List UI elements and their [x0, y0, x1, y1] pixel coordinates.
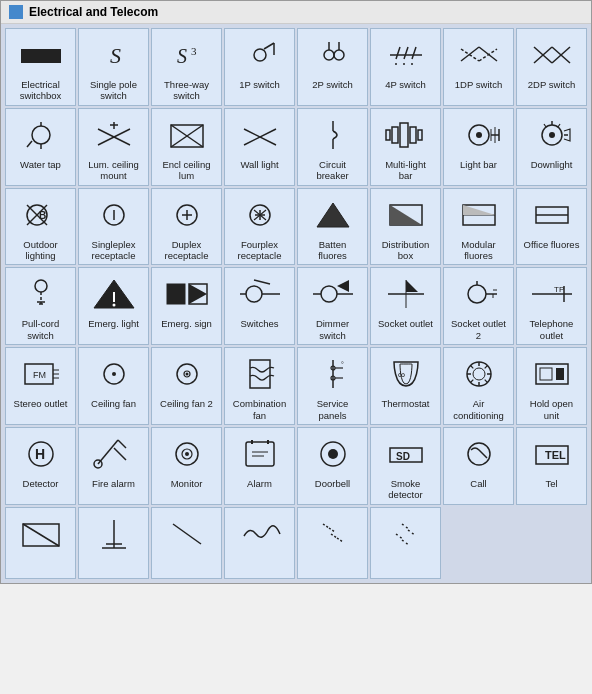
- svg-rect-148: [246, 442, 274, 466]
- switches-icon: [234, 272, 286, 316]
- symbol-emerg-sign[interactable]: Emerg. sign: [151, 267, 222, 345]
- symbol-1p-switch[interactable]: 1P switch: [224, 28, 295, 106]
- symbol-ceiling-fan[interactable]: Ceiling fan: [78, 347, 149, 425]
- symbol-row7-3[interactable]: [151, 507, 222, 579]
- symbol-pull-cord-switch[interactable]: Pull-cordswitch: [5, 267, 76, 345]
- symbol-smoke-detector[interactable]: SD Smokedetector: [370, 427, 441, 505]
- symbol-socket-outlet[interactable]: Socket outlet: [370, 267, 441, 345]
- svg-line-144: [114, 448, 126, 460]
- svg-text:°: °: [341, 361, 344, 368]
- symbol-light-bar[interactable]: Light bar: [443, 108, 514, 186]
- symbol-distribution-box[interactable]: Distributionbox: [370, 188, 441, 266]
- symbol-fire-alarm[interactable]: Fire alarm: [78, 427, 149, 505]
- 4p-switch-icon: [380, 33, 432, 77]
- 1p-switch-icon: [234, 33, 286, 77]
- svg-text:S: S: [177, 45, 187, 67]
- symbol-combination-fan[interactable]: Combinationfan: [224, 347, 295, 425]
- symbol-service-panels[interactable]: ° Servicepanels: [297, 347, 368, 425]
- symbol-grid: Electricalswitchbox S Single poleswitch …: [1, 24, 591, 583]
- svg-rect-118: [250, 360, 270, 388]
- symbol-circuit-breaker[interactable]: Circuitbreaker: [297, 108, 368, 186]
- encl-ceiling-lum-icon: [161, 113, 213, 157]
- symbol-stereo-outlet[interactable]: FM Stereo outlet: [5, 347, 76, 425]
- symbol-row7-1[interactable]: [5, 507, 76, 579]
- symbol-monitor[interactable]: Monitor: [151, 427, 222, 505]
- air-conditioning-icon: [453, 352, 505, 396]
- symbol-three-way-switch[interactable]: S 3 Three-wayswitch: [151, 28, 222, 106]
- combination-fan-icon: [234, 352, 286, 396]
- symbol-air-conditioning[interactable]: Airconditioning: [443, 347, 514, 425]
- symbol-row7-6[interactable]: [370, 507, 441, 579]
- symbol-encl-ceiling-lum[interactable]: Encl ceilinglum: [151, 108, 222, 186]
- svg-line-167: [329, 528, 335, 532]
- symbol-water-tap[interactable]: Water tap: [5, 108, 76, 186]
- svg-line-56: [558, 124, 560, 127]
- 2dp-switch-icon: [526, 33, 578, 77]
- symbol-emerg-light[interactable]: Emerg. light: [78, 267, 149, 345]
- symbol-2p-switch[interactable]: 2P switch: [297, 28, 368, 106]
- symbol-detector[interactable]: H Detector: [5, 427, 76, 505]
- symbol-multi-light-bar[interactable]: Multi-lightbar: [370, 108, 441, 186]
- symbol-tel[interactable]: TEL Tel: [516, 427, 587, 505]
- monitor-icon: [161, 432, 213, 476]
- symbol-2dp-switch[interactable]: 2DP switch: [516, 28, 587, 106]
- symbol-modular-fluores[interactable]: Modularfluores: [443, 188, 514, 266]
- symbol-single-pole-switch[interactable]: S Single poleswitch: [78, 28, 149, 106]
- outdoor-lighting-icon: B: [15, 193, 67, 237]
- 2p-switch-icon: [307, 33, 359, 77]
- emerg-light-icon: [88, 272, 140, 316]
- symbol-doorbell[interactable]: Doorbell: [297, 427, 368, 505]
- row7-5-icon: [307, 512, 359, 556]
- symbol-socket-outlet-2[interactable]: Socket outlet2: [443, 267, 514, 345]
- symbol-row7-2[interactable]: [78, 507, 149, 579]
- telephone-outlet-icon: TP: [526, 272, 578, 316]
- symbol-duplex-receptacle[interactable]: Duplexreceptacle: [151, 188, 222, 266]
- svg-text:SD: SD: [396, 451, 410, 462]
- symbol-row7-4[interactable]: [224, 507, 295, 579]
- dimmer-switch-icon: [307, 272, 359, 316]
- call-icon: [453, 432, 505, 476]
- svg-point-8: [334, 50, 344, 60]
- symbol-office-fluores[interactable]: Office fluores: [516, 188, 587, 266]
- symbol-alarm[interactable]: Alarm: [224, 427, 295, 505]
- wall-light-icon: [234, 113, 286, 157]
- title-bar-icon: [9, 5, 23, 19]
- symbol-lum-ceiling-mount[interactable]: Lum. ceilingmount: [78, 108, 149, 186]
- svg-line-165: [173, 524, 201, 544]
- symbol-singleplex-receptacle[interactable]: Singleplexreceptacle: [78, 188, 149, 266]
- symbol-wall-light[interactable]: Wall light: [224, 108, 295, 186]
- svg-marker-99: [406, 280, 418, 292]
- svg-rect-42: [392, 127, 398, 143]
- light-bar-icon: [453, 113, 505, 157]
- symbol-telephone-outlet[interactable]: TP Telephoneoutlet: [516, 267, 587, 345]
- symbol-4p-switch[interactable]: 4P switch: [370, 28, 441, 106]
- svg-text:S: S: [110, 43, 121, 68]
- symbol-outdoor-lighting[interactable]: B Outdoorlighting: [5, 188, 76, 266]
- svg-line-134: [484, 366, 487, 369]
- symbol-dimmer-switch[interactable]: Dimmerswitch: [297, 267, 368, 345]
- svg-point-86: [112, 304, 115, 307]
- singleplex-receptacle-icon: [88, 193, 140, 237]
- symbol-thermostat[interactable]: ∞ Thermostat: [370, 347, 441, 425]
- svg-point-157: [468, 443, 490, 465]
- symbol-switches[interactable]: Switches: [224, 267, 295, 345]
- symbol-1dp-switch[interactable]: 1DP switch: [443, 28, 514, 106]
- svg-point-4: [254, 49, 266, 61]
- ceiling-fan-2-icon: [161, 352, 213, 396]
- symbol-row7-5[interactable]: [297, 507, 368, 579]
- svg-rect-137: [556, 368, 564, 380]
- symbol-call[interactable]: Call: [443, 427, 514, 505]
- symbol-batten-fluores[interactable]: Battenfluores: [297, 188, 368, 266]
- row7-6-icon: [380, 512, 432, 556]
- fourplex-receptacle-icon: [234, 193, 286, 237]
- symbol-fourplex-receptacle[interactable]: Fourplexreceptacle: [224, 188, 295, 266]
- svg-rect-45: [418, 130, 422, 140]
- svg-line-93: [254, 280, 270, 284]
- symbol-ceiling-fan-2[interactable]: Ceiling fan 2: [151, 347, 222, 425]
- svg-marker-74: [390, 205, 422, 225]
- fire-alarm-icon: [88, 432, 140, 476]
- symbol-downlight[interactable]: Downlight: [516, 108, 587, 186]
- single-pole-switch-icon: S: [88, 33, 140, 77]
- symbol-hold-open-unit[interactable]: Hold openunit: [516, 347, 587, 425]
- symbol-electrical-switchbox[interactable]: Electricalswitchbox: [5, 28, 76, 106]
